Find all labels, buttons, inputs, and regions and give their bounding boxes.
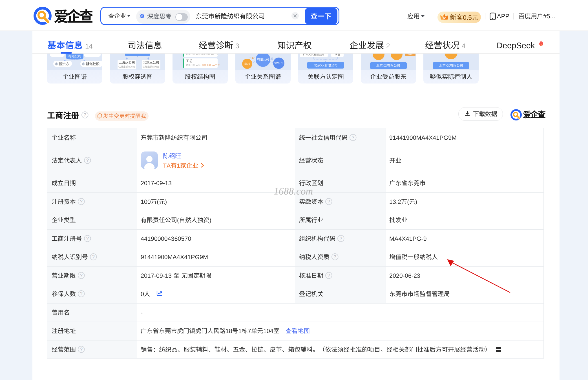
svg-text:?: ?: [80, 347, 83, 352]
svg-text:?: ?: [86, 236, 89, 241]
svg-text:?: ?: [328, 273, 330, 278]
svg-text:?: ?: [83, 112, 86, 117]
svg-text:?: ?: [340, 236, 342, 241]
svg-text:?: ?: [80, 199, 83, 204]
svg-text:?: ?: [328, 199, 330, 204]
svg-text:?: ?: [80, 273, 83, 278]
svg-text:?: ?: [86, 158, 89, 163]
svg-text:?: ?: [80, 291, 83, 296]
svg-text:?: ?: [92, 254, 95, 260]
svg-text:?: ?: [333, 254, 336, 260]
svg-text:?: ?: [352, 135, 354, 140]
